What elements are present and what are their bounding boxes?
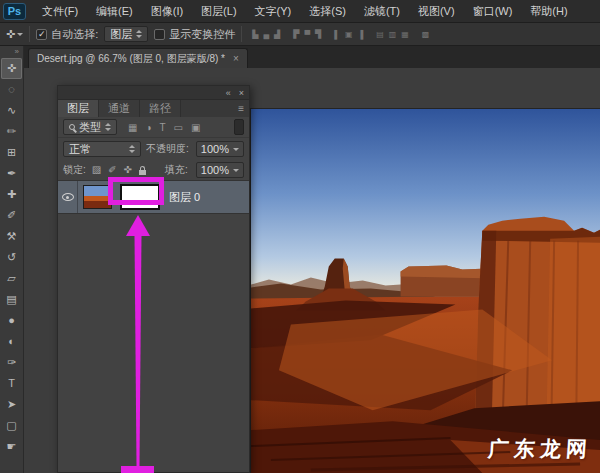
align-horizontal-centers-icon[interactable]: ▄ — [263, 30, 269, 39]
menu-item-filter[interactable]: 滤镜(T) — [355, 0, 409, 23]
lock-position-icon[interactable]: ✜ — [124, 165, 132, 175]
panel-tab-channels[interactable]: 通道 — [99, 100, 140, 117]
auto-select-label: 自动选择: — [51, 27, 98, 42]
toolbar-tools: ✜◌∿✏⊞✒✚✐⚒↺▱▤●◐✑T➤▢☛ — [1, 58, 22, 457]
lasso-tool-icon: ∿ — [7, 105, 16, 116]
panel-close-icon[interactable]: × — [239, 88, 244, 98]
divider — [29, 26, 30, 42]
align-left-edges-icon[interactable]: ▙ — [252, 30, 258, 39]
tool-history-brush[interactable]: ↺ — [1, 247, 22, 268]
toolbar-collapse-button[interactable]: » — [0, 46, 23, 58]
panel-tab-paths[interactable]: 路径 — [140, 100, 181, 117]
filter-pixel-layers-icon[interactable]: ▦ — [128, 122, 137, 133]
menu-item-file[interactable]: 文件(F) — [33, 0, 87, 23]
tool-type[interactable]: T — [1, 373, 22, 394]
lock-all-icon[interactable] — [139, 170, 146, 175]
distribute-vertical-centers-icon[interactable]: ▥ — [389, 30, 397, 39]
move-tool-icon: ✜ — [7, 63, 16, 74]
panel-collapse-icon[interactable]: « — [226, 88, 231, 98]
dodge-tool-icon: ◐ — [8, 336, 15, 347]
filter-type-layers-icon[interactable]: T — [160, 122, 166, 133]
filter-shape-layers-icon[interactable]: ▭ — [174, 122, 183, 133]
watermark-text: 广东龙网 — [487, 435, 593, 463]
menu-item-edit[interactable]: 编辑(E) — [87, 0, 142, 23]
tool-path-selection[interactable]: ➤ — [1, 394, 22, 415]
align-right-edges-icon[interactable]: ▟ — [274, 30, 280, 39]
chevron-down-icon — [233, 169, 239, 172]
panel-tab-layers[interactable]: 图层 — [58, 100, 99, 117]
visibility-toggle[interactable] — [58, 181, 78, 213]
path-selection-tool-icon: ➤ — [7, 399, 16, 410]
shape-tool-icon: ▢ — [6, 420, 16, 431]
auto-select-checkbox[interactable]: ✓ — [36, 29, 47, 40]
blend-mode-row: 正常 不透明度: 100% — [58, 138, 249, 160]
menu-item-help[interactable]: 帮助(H) — [521, 0, 576, 23]
tool-pen[interactable]: ✑ — [1, 352, 22, 373]
distribute-horizontal-centers-icon[interactable]: ▣ — [345, 30, 353, 39]
auto-select-target-value: 图层 — [110, 27, 132, 42]
close-icon[interactable]: × — [233, 53, 239, 64]
tool-quick-selection[interactable]: ✏ — [1, 121, 22, 142]
lock-transparent-pixels-icon[interactable]: ▨ — [92, 165, 101, 175]
tool-hand[interactable]: ☛ — [1, 436, 22, 457]
type-tool-icon: T — [8, 378, 15, 389]
tool-eraser[interactable]: ▱ — [1, 268, 22, 289]
auto-align-layers-icon[interactable]: ▩ — [422, 30, 430, 39]
opacity-value: 100% — [201, 143, 229, 155]
tool-marquee[interactable]: ◌ — [1, 79, 22, 100]
blend-mode-dropdown[interactable]: 正常 — [63, 141, 141, 157]
distribute-left-edges-icon[interactable]: ▌ — [334, 30, 340, 39]
distribute-bottom-edges-icon[interactable]: ▦ — [401, 30, 409, 39]
filter-toggle-switch[interactable] — [234, 119, 244, 135]
document-tab[interactable]: Desert.jpg @ 66.7% (图层 0, 图层蒙版/8) * × — [28, 48, 248, 68]
distribute-right-edges-icon[interactable]: ▐ — [357, 30, 363, 39]
lock-image-pixels-icon[interactable]: ✐ — [108, 165, 116, 175]
align-top-edges-icon[interactable]: ▛ — [293, 30, 299, 39]
menu-item-image[interactable]: 图像(I) — [142, 0, 192, 23]
tool-shape[interactable]: ▢ — [1, 415, 22, 436]
layer-name[interactable]: 图层 0 — [169, 190, 200, 205]
tool-brush[interactable]: ✐ — [1, 205, 22, 226]
align-icons: ▙▄▟▛▀▜▌▣▐▤▥▦▩ — [252, 30, 429, 39]
filter-kind-dropdown[interactable]: 类型 — [63, 119, 117, 135]
auto-select-target-dropdown[interactable]: 图层 — [104, 26, 148, 42]
filter-smart-objects-icon[interactable]: ▣ — [191, 122, 200, 133]
menu-item-type[interactable]: 文字(Y) — [246, 0, 301, 23]
crop-tool-icon: ⊞ — [7, 147, 16, 158]
filter-adjustment-layers-icon[interactable]: ◑ — [145, 122, 151, 133]
updown-arrows-icon — [136, 30, 142, 38]
pen-tool-icon: ✑ — [7, 357, 16, 368]
search-icon — [69, 124, 75, 130]
updown-arrows-icon — [129, 145, 135, 153]
menu-item-layer[interactable]: 图层(L) — [192, 0, 245, 23]
layer-filter-row: 类型 ▦◑T▭▣ — [58, 117, 249, 138]
tool-lasso[interactable]: ∿ — [1, 100, 22, 121]
blend-mode-value: 正常 — [69, 142, 91, 157]
show-transform-label: 显示变换控件 — [169, 27, 235, 42]
eraser-tool-icon: ▱ — [7, 273, 15, 284]
opacity-dropdown[interactable]: 100% — [196, 141, 244, 157]
tool-gradient[interactable]: ▤ — [1, 289, 22, 310]
menu-item-window[interactable]: 窗口(W) — [464, 0, 522, 23]
panel-menu-icon[interactable]: ≡ — [238, 100, 249, 117]
tool-healing-brush[interactable]: ✚ — [1, 184, 22, 205]
menu-item-view[interactable]: 视图(V) — [409, 0, 464, 23]
menu-item-select[interactable]: 选择(S) — [300, 0, 355, 23]
align-bottom-edges-icon[interactable]: ▜ — [315, 30, 321, 39]
current-tool-preset[interactable]: ✜ — [6, 29, 23, 40]
layers-panel: « × ≡ 图层通道路径 类型 ▦◑T▭▣ 正常 不透明度: 100% — [57, 85, 250, 473]
show-transform-checkbox[interactable] — [154, 29, 165, 40]
tool-eyedropper[interactable]: ✒ — [1, 163, 22, 184]
divider — [241, 26, 242, 42]
tool-dodge[interactable]: ◐ — [1, 331, 22, 352]
distribute-top-edges-icon[interactable]: ▤ — [376, 30, 384, 39]
fill-label: 填充: — [165, 163, 188, 177]
tool-move[interactable]: ✜ — [1, 58, 22, 79]
fill-dropdown[interactable]: 100% — [196, 162, 244, 178]
tool-clone-stamp[interactable]: ⚒ — [1, 226, 22, 247]
canvas-image[interactable]: 广东龙网 — [250, 108, 600, 473]
align-vertical-centers-icon[interactable]: ▀ — [304, 30, 310, 39]
tool-crop[interactable]: ⊞ — [1, 142, 22, 163]
hand-tool-icon: ☛ — [7, 441, 17, 452]
tool-blur[interactable]: ● — [1, 310, 22, 331]
